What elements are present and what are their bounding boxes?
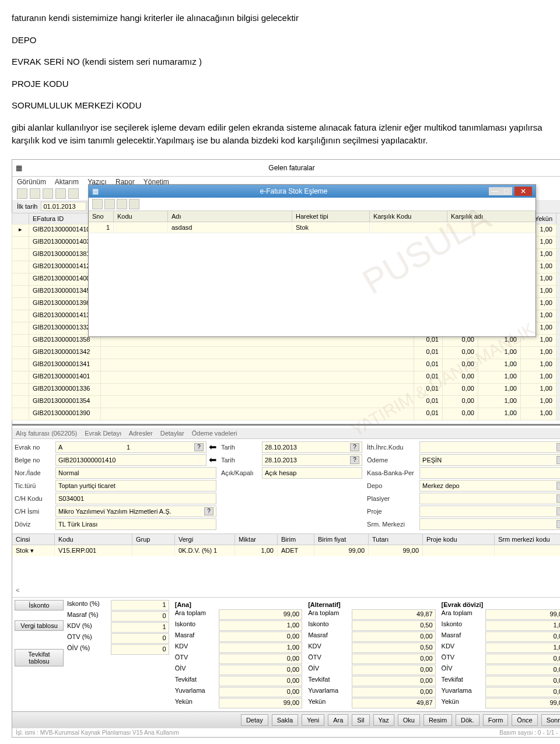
totals-value[interactable]: 0,00 (485, 676, 560, 686)
tarih-field[interactable]: 28.10.2013? (262, 441, 362, 453)
tic-turu-field[interactable]: Toptan yurtiçi ticaret (55, 480, 216, 492)
acik-kapali-field[interactable]: Açık hesap (262, 467, 362, 479)
tab-alis-faturasi[interactable]: Alış faturası (062205) (16, 430, 77, 437)
iskonto-button[interactable]: İskonto (15, 600, 64, 610)
doviz-field[interactable]: TL Türk Lirası (55, 518, 216, 530)
table-row[interactable]: GIB20130000013900,010,001,001,00 (12, 408, 560, 420)
col-karsilik-adi[interactable]: Karşılık adı (447, 211, 536, 222)
row-selector[interactable] (12, 310, 29, 322)
scroll-track[interactable] (556, 273, 560, 286)
proje-field[interactable]: ? (419, 506, 560, 517)
cell-tutar[interactable]: 99,00 (369, 545, 423, 556)
cell-nto[interactable]: 0,01 (414, 359, 443, 371)
tab-adresler[interactable]: Adresler (129, 430, 153, 437)
toolbar-icon[interactable] (55, 188, 66, 199)
totals-value[interactable]: 1,00 (219, 643, 302, 653)
cell-sno[interactable]: 1 (89, 222, 114, 233)
row-selector[interactable] (12, 285, 29, 298)
totals-value[interactable]: 0,00 (485, 631, 560, 642)
row-selector[interactable] (12, 236, 29, 249)
cell-adi[interactable]: asdasd (168, 222, 292, 233)
cell-masraf[interactable]: 0,00 (442, 395, 478, 408)
cell-efatura-id[interactable]: GIB2013000001390 (29, 408, 101, 420)
table-row[interactable]: GIB20130000013420,010,001,001,00 (12, 347, 560, 359)
col-sno[interactable]: Sno (89, 211, 114, 222)
totals-value[interactable]: 0,00 (219, 687, 302, 697)
totals-value[interactable]: 0,00 (219, 654, 302, 664)
totals-value[interactable]: 0,00 (485, 687, 560, 697)
totals-value[interactable]: 0,50 (352, 643, 435, 653)
cell-yuvarlama[interactable]: 1,00 (478, 359, 521, 371)
toolbar-icon[interactable] (30, 188, 40, 199)
lookup-icon[interactable]: ? (204, 507, 214, 515)
col-kodu[interactable]: Kodu (114, 211, 168, 222)
totals-value[interactable]: 1 (111, 622, 169, 633)
col-cinsi[interactable]: Cinsi (12, 534, 55, 545)
detay-button[interactable]: Detay (241, 714, 268, 726)
col-adi[interactable]: Adı (168, 211, 292, 222)
row-selector[interactable] (12, 359, 29, 371)
cell-yekun[interactable]: 1,00 (520, 371, 556, 384)
inner-maximize-button[interactable]: □ (501, 187, 512, 195)
totals-value[interactable]: 0,00 (219, 665, 302, 675)
scroll-track[interactable] (556, 224, 560, 237)
inner-minimize-button[interactable]: — (489, 187, 501, 195)
ara-button[interactable]: Ara (328, 714, 348, 726)
ith-ihrc-field[interactable]: ? (419, 441, 560, 453)
cell-grup[interactable] (132, 545, 175, 556)
toolbar-icon[interactable] (68, 188, 79, 199)
cell-yuvarlama[interactable]: 1,00 (478, 346, 521, 359)
cell-yekun[interactable]: 1,00 (520, 383, 556, 396)
nor-iade-field[interactable]: Normal (55, 467, 216, 479)
totals-value[interactable]: 0,00 (352, 654, 435, 664)
scroll-track[interactable] (556, 322, 560, 335)
cell-yuvarlama[interactable]: 1,00 (478, 395, 521, 408)
cell-proje[interactable] (423, 545, 495, 556)
lookup-icon[interactable]: ? (556, 482, 560, 490)
col-birim[interactable]: Birim (278, 534, 314, 545)
scroll-track[interactable] (556, 310, 560, 322)
plasiyer-field[interactable]: ? (419, 493, 560, 504)
col-birim-fiyat[interactable]: Birim fiyat (314, 534, 369, 545)
totals-value[interactable]: 99,00 (219, 609, 302, 620)
cell-kodu[interactable] (114, 222, 168, 233)
lookup-icon[interactable]: ? (556, 456, 560, 464)
totals-value[interactable]: 0,00 (485, 665, 560, 675)
cell-nto[interactable]: 0,01 (414, 346, 443, 359)
scroll-track[interactable] (556, 359, 560, 371)
row-selector[interactable] (12, 383, 29, 396)
scroll-track[interactable] (556, 297, 560, 310)
cell-nto[interactable]: 0,01 (414, 395, 443, 408)
totals-value[interactable]: 99,00 (485, 698, 560, 708)
totals-value[interactable]: 99,00 (219, 698, 302, 708)
cell-efatura-id[interactable]: GIB2013000001342 (29, 346, 101, 359)
scroll-track[interactable] (556, 334, 560, 347)
yeni-button[interactable]: Yeni (302, 714, 324, 726)
yaz-button[interactable]: Yaz (373, 714, 394, 726)
cell-masraf[interactable]: 0,00 (442, 408, 478, 420)
totals-value[interactable]: 1 (111, 600, 169, 610)
totals-value[interactable]: 0 (111, 611, 169, 622)
cell-bf[interactable]: 99,00 (314, 545, 369, 556)
row-selector[interactable] (12, 297, 29, 310)
cell-masraf[interactable]: 0,00 (442, 371, 478, 384)
table-row[interactable]: GIB20130000013360,010,001,001,00 (12, 384, 560, 396)
row-selector[interactable] (12, 395, 29, 408)
lookup-icon[interactable]: ? (556, 443, 560, 451)
scroll-track[interactable] (556, 261, 560, 273)
row-selector[interactable] (12, 371, 29, 384)
menu-gorunum[interactable]: Görünüm (17, 178, 46, 186)
totals-value[interactable]: 0,00 (352, 676, 435, 686)
cell-yuvarlama[interactable]: 1,00 (478, 408, 521, 420)
cell-yekun[interactable]: 1,00 (520, 395, 556, 408)
oku-button[interactable]: Oku (398, 714, 420, 726)
srm-field[interactable]: ? (419, 518, 560, 530)
table-row[interactable]: GIB20130000013410,010,001,001,00 (12, 359, 560, 371)
col-srm-kodu[interactable]: Srm merkezi kodu (495, 534, 560, 545)
inner-toolbar-icon[interactable] (92, 199, 103, 209)
inner-toolbar-icon[interactable] (104, 199, 115, 209)
cell-kkodu[interactable] (370, 222, 447, 233)
scroll-track[interactable] (556, 346, 560, 359)
row-selector[interactable] (12, 248, 29, 261)
scroll-track[interactable] (556, 285, 560, 298)
